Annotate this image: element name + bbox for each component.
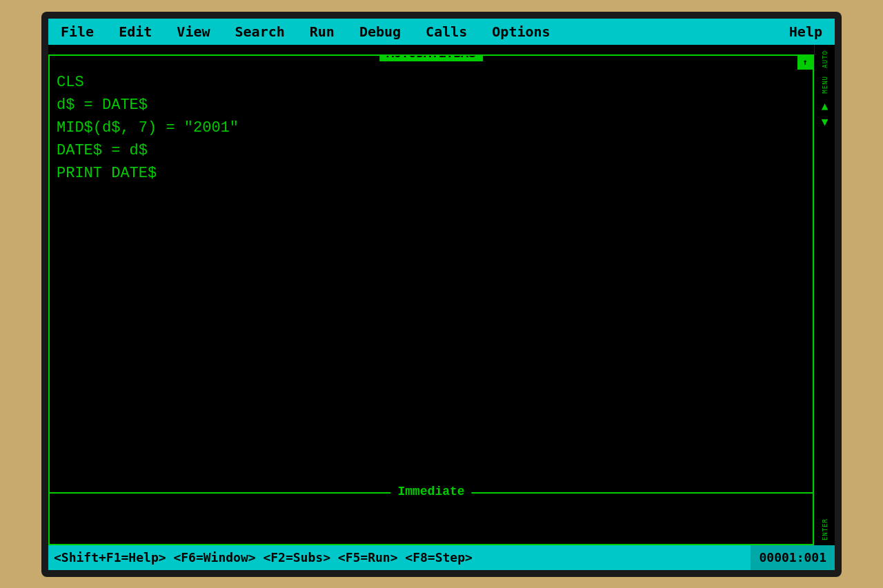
editor-wrapper: AUTODATE.BAS ↑ CLS d$ = DATE$ MID$(d$, 7… — [48, 45, 835, 545]
cursor-position: 00001:001 — [751, 545, 835, 570]
code-line-2: d$ = DATE$ — [57, 94, 806, 116]
code-line-3: MID$(d$, 7) = "2001" — [57, 116, 806, 139]
code-line-5: PRINT DATE$ — [57, 162, 806, 185]
editor-body[interactable]: CLS d$ = DATE$ MID$(d$, 7) = "2001" DATE… — [50, 63, 813, 193]
panel-bottom: ENTER — [822, 518, 829, 543]
menu-help[interactable]: Help — [777, 22, 835, 41]
right-panel: AUTO MENU ▲ ▼ ENTER — [814, 45, 835, 545]
panel-top: AUTO MENU ▲ ▼ — [822, 46, 829, 130]
arrow-up-icon[interactable]: ▲ — [822, 99, 829, 112]
auto-label: AUTO — [822, 50, 829, 68]
menu-view[interactable]: View — [164, 22, 222, 41]
enter-label: ENTER — [822, 518, 829, 540]
immediate-title: Immediate — [390, 484, 471, 499]
menu-options[interactable]: Options — [479, 22, 562, 41]
menu-edit[interactable]: Edit — [106, 22, 164, 41]
editor-box: AUTODATE.BAS ↑ CLS d$ = DATE$ MID$(d$, 7… — [48, 54, 814, 494]
menu-file[interactable]: File — [48, 22, 106, 41]
immediate-pane: Immediate — [48, 494, 814, 545]
status-keys: <Shift+F1=Help> <F6=Window> <F2=Subs> <F… — [48, 550, 751, 565]
scroll-up-button[interactable]: ↑ — [797, 54, 813, 70]
monitor: File Edit View Search Run Debug Calls Op… — [41, 12, 842, 577]
menu-run[interactable]: Run — [297, 22, 347, 41]
arrow-down-icon[interactable]: ▼ — [822, 115, 829, 128]
menu-label: MENU — [822, 76, 829, 94]
main-content: AUTODATE.BAS ↑ CLS d$ = DATE$ MID$(d$, 7… — [48, 45, 814, 545]
editor-title: AUTODATE.BAS — [379, 54, 483, 61]
menu-bar: File Edit View Search Run Debug Calls Op… — [48, 19, 835, 45]
screen: File Edit View Search Run Debug Calls Op… — [48, 19, 835, 570]
code-line-1: CLS — [57, 71, 806, 94]
status-bar: <Shift+F1=Help> <F6=Window> <F2=Subs> <F… — [48, 545, 835, 570]
code-line-4: DATE$ = d$ — [57, 139, 806, 162]
menu-debug[interactable]: Debug — [347, 22, 413, 41]
menu-search[interactable]: Search — [223, 22, 297, 41]
menu-calls[interactable]: Calls — [413, 22, 479, 41]
